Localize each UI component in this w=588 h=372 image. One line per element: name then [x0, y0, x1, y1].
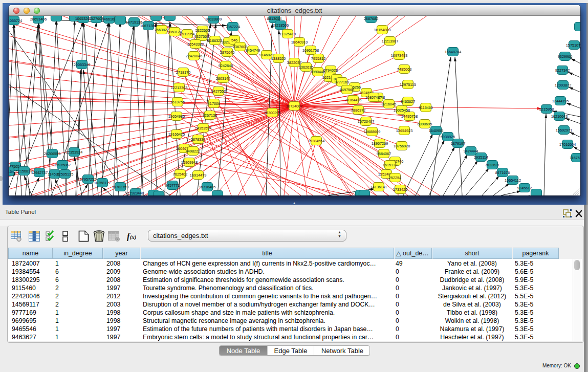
svg-text:20364436: 20364436 — [345, 98, 361, 102]
svg-text:9242845: 9242845 — [219, 63, 233, 68]
svg-text:9463627: 9463627 — [401, 99, 415, 104]
svg-text:12942737: 12942737 — [31, 170, 48, 175]
svg-text:9115460: 9115460 — [419, 105, 433, 110]
svg-text:18300295: 18300295 — [264, 111, 280, 115]
svg-text:1615132: 1615132 — [383, 163, 397, 167]
svg-text:16033809: 16033809 — [205, 17, 222, 21]
svg-text:3822037: 3822037 — [287, 60, 301, 65]
svg-text:8427552: 8427552 — [211, 89, 226, 94]
svg-text:15716485: 15716485 — [199, 185, 215, 189]
svg-text:12093872: 12093872 — [555, 83, 571, 87]
svg-text:12975115: 12975115 — [400, 82, 416, 87]
svg-text:12213303: 12213303 — [171, 85, 187, 90]
svg-text:7357224: 7357224 — [226, 25, 240, 29]
svg-text:18724007: 18724007 — [286, 104, 302, 108]
svg-text:10688609: 10688609 — [364, 129, 380, 134]
svg-text:7632621: 7632621 — [485, 163, 499, 167]
svg-text:15909948: 15909948 — [181, 160, 198, 165]
svg-text:8215958: 8215958 — [539, 107, 554, 112]
svg-text:19166425: 19166425 — [168, 132, 185, 137]
svg-text:16961758: 16961758 — [302, 48, 319, 53]
svg-text:5938925: 5938925 — [441, 135, 455, 139]
svg-text:2803144: 2803144 — [216, 76, 230, 81]
svg-text:18907269: 18907269 — [372, 141, 388, 146]
svg-text:4498222: 4498222 — [186, 149, 200, 154]
svg-text:16154808: 16154808 — [374, 28, 390, 32]
svg-text:9777169: 9777169 — [335, 80, 349, 84]
svg-text:7485063: 7485063 — [397, 67, 411, 72]
svg-text:8216045: 8216045 — [382, 102, 396, 106]
svg-text:10756928: 10756928 — [394, 144, 410, 148]
svg-text:8912954: 8912954 — [180, 32, 194, 36]
svg-text:20053346: 20053346 — [74, 62, 90, 67]
svg-text:1388520: 1388520 — [271, 56, 286, 61]
svg-text:5878334: 5878334 — [191, 137, 205, 142]
svg-text:1610755: 1610755 — [170, 100, 185, 104]
svg-text:1640955: 1640955 — [429, 128, 443, 133]
svg-text:16210643: 16210643 — [551, 114, 568, 119]
svg-text:16543382: 16543382 — [187, 42, 204, 47]
svg-text:16648784: 16648784 — [445, 50, 461, 54]
svg-text:14055724: 14055724 — [9, 18, 22, 23]
svg-text:9884067: 9884067 — [377, 151, 391, 156]
svg-text:2718170: 2718170 — [176, 70, 190, 75]
svg-text:16914479: 16914479 — [190, 173, 206, 178]
svg-text:7886372: 7886372 — [351, 108, 365, 113]
svg-text:6898695: 6898695 — [418, 122, 432, 126]
svg-text:1167533: 1167533 — [570, 156, 580, 160]
svg-text:20206555: 20206555 — [44, 151, 60, 156]
svg-text:15751074: 15751074 — [566, 43, 580, 48]
svg-text:2935114: 2935114 — [474, 155, 488, 160]
svg-text:13654923: 13654923 — [396, 128, 412, 133]
svg-text:20691406: 20691406 — [30, 17, 47, 21]
svg-text:22420046: 22420046 — [186, 54, 202, 58]
svg-text:9227342: 9227342 — [555, 68, 570, 73]
svg-text:15692971: 15692971 — [556, 128, 572, 133]
svg-text:7625402: 7625402 — [173, 172, 187, 177]
svg-text:19218506: 19218506 — [272, 23, 289, 28]
svg-text:1733426: 1733426 — [393, 187, 407, 192]
svg-text:12213967: 12213967 — [382, 39, 398, 43]
svg-text:9329966: 9329966 — [558, 54, 572, 59]
svg-text:12505135: 12505135 — [57, 172, 73, 177]
svg-text:14495758: 14495758 — [401, 114, 418, 119]
svg-text:417006: 417006 — [208, 101, 220, 106]
svg-text:1362615: 1362615 — [299, 65, 313, 70]
svg-text:13975867: 13975867 — [54, 163, 71, 167]
svg-text:10358177: 10358177 — [94, 181, 111, 185]
svg-text:16782759: 16782759 — [112, 185, 128, 189]
svg-text:3267130: 3267130 — [203, 113, 217, 118]
svg-text:252254: 252254 — [389, 176, 401, 180]
svg-text:546: 546 — [231, 38, 237, 42]
svg-text:12156819: 12156819 — [16, 169, 32, 173]
svg-text:9457771: 9457771 — [165, 183, 180, 188]
svg-text:5875645: 5875645 — [220, 50, 234, 55]
svg-text:8471676: 8471676 — [495, 170, 510, 175]
svg-text:8454749: 8454749 — [246, 48, 260, 53]
svg-text:19654985: 19654985 — [168, 114, 185, 119]
svg-text:6466160: 6466160 — [102, 17, 116, 21]
svg-text:19384554: 19384554 — [308, 139, 324, 143]
svg-text:14136141: 14136141 — [371, 185, 387, 189]
svg-text:11325419: 11325419 — [279, 32, 296, 36]
svg-text:10807487: 10807487 — [365, 95, 382, 100]
svg-text:9474444: 9474444 — [464, 149, 478, 154]
svg-text:14353594: 14353594 — [195, 126, 211, 130]
svg-text:6497568: 6497568 — [340, 87, 354, 92]
svg-text:6794028: 6794028 — [323, 68, 338, 73]
svg-text:12444195: 12444195 — [552, 99, 569, 103]
svg-text:8813054: 8813054 — [267, 16, 281, 21]
svg-text:7955812: 7955812 — [311, 56, 325, 61]
svg-text:12353924: 12353924 — [66, 150, 82, 155]
svg-text:15720407: 15720407 — [358, 119, 374, 124]
svg-text:39154: 39154 — [9, 169, 14, 174]
svg-text:12923448: 12923448 — [127, 191, 144, 195]
svg-text:17016504: 17016504 — [559, 142, 576, 147]
svg-text:8186323: 8186323 — [208, 38, 222, 43]
svg-text:6879197: 6879197 — [451, 141, 465, 146]
svg-text:9245612: 9245612 — [517, 186, 532, 190]
svg-text:9327505: 9327505 — [194, 34, 209, 39]
svg-text:18640910: 18640910 — [291, 40, 308, 45]
svg-text:2887682: 2887682 — [364, 16, 378, 21]
svg-text:10654112: 10654112 — [505, 178, 521, 183]
